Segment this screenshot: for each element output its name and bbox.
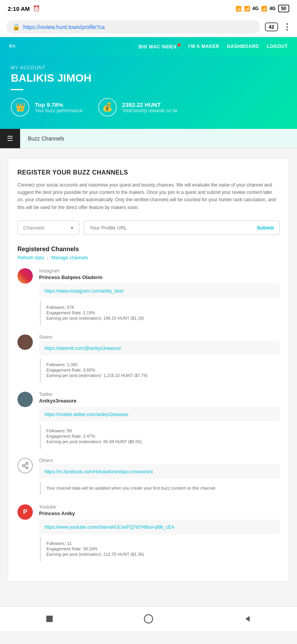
twitter-handle: Anikys3reasure [39,398,280,404]
channel-instagram: Instagram Princess Balqees Oladerin http… [17,268,280,325]
site-header: Rh BIG MAC INDEX I'M A MAKER DASHBOARD L… [0,37,297,56]
card-description: Connect your social accounts and maximis… [17,182,280,211]
instagram-avatar-img [17,268,33,284]
channel-select-placeholder: Channels [23,225,44,231]
youtube-stat-1: Engagement Rate: 38.18% [46,546,274,551]
profile-divider [11,89,23,90]
youtube-url-box: https://www.youtube.com/channel/UCaxP2j7… [39,519,280,534]
account-label: MY ACCOUNT [11,65,286,70]
bounty-label: Total bounty rewards so far [122,108,178,113]
youtube-stats: Followers: 11 Engagement Rate: 38.18% Ea… [40,537,280,561]
twitter-stats: Followers: 58 Engagement Rate: 3.47% Ear… [40,425,280,449]
wifi-icon: 📶 [236,6,242,12]
youtube-handle: Princess Aniky [39,510,280,516]
instagram-url[interactable]: https://www.instagram.com/aniky_bee/ [44,288,124,294]
twitter-platform: Twitter [39,392,280,397]
youtube-platform: Youtube [39,504,280,510]
svg-line-4 [24,464,26,465]
svg-line-3 [24,466,26,467]
svg-marker-7 [246,616,250,622]
channel-select[interactable]: Channels ▾ [17,221,79,235]
url-input[interactable] [90,221,257,235]
back-button[interactable] [241,613,254,625]
action-separator: | [47,255,48,260]
bottom-nav [0,606,297,631]
steem-url[interactable]: https://steemit.com/@anikys3reasure [44,346,121,351]
instagram-info: Instagram Princess Balqees Oladerin http… [39,268,280,325]
profile-name: BALIKIS JIMOH [11,72,286,84]
twitter-stat-1: Engagement Rate: 3.47% [46,434,274,438]
tab-count[interactable]: 42 [265,22,278,31]
instagram-stat-0: Followers: 676 [46,305,274,310]
square-button[interactable] [43,613,56,625]
action-links: Refresh data | Manage channels [17,255,280,260]
bounty-value: 2392.22 HUNT [122,101,178,108]
buzz-icon: 👑 [11,98,29,116]
chevron-down-icon: ▾ [71,225,73,231]
instagram-platform: Instagram [39,268,280,274]
more-options-button[interactable]: ⋮ [283,22,291,32]
site-logo: Rh [9,45,16,48]
home-button[interactable] [142,613,155,625]
twitter-stat-2: Earning per post (estimation): 85.69 HUN… [46,439,274,444]
profile-stats: 👑 Top 9.78% Your buzz performance 💰 2392… [11,98,286,116]
buzz-tab-label[interactable]: Buzz Channels [20,130,72,147]
submit-button[interactable]: Submit [257,225,274,231]
battery-icon: 50 [278,5,289,12]
youtube-avatar-img: P [17,504,33,520]
status-bar: 2:10 AM ⏰ 📶 📶 4G 📶 4G 50 [0,0,297,17]
refresh-data-link[interactable]: Refresh data [17,255,44,260]
nav-maker[interactable]: I'M A MAKER [188,44,219,49]
others-icon [17,458,33,473]
registered-channels-title: Registered Channels [17,246,280,253]
browser-bar: 🔒 https://review.hunt.town/profile?ca 42… [0,17,297,37]
register-card: REGISTER YOUR BUZZ CHANNELS Connect your… [8,158,289,582]
steem-avatar [17,334,33,350]
svg-point-6 [144,615,153,623]
nav-dashboard[interactable]: DASHBOARD [227,44,259,49]
others-platform: Others [39,458,280,463]
instagram-stat-2: Earning per post (estimation): 186.15 HU… [46,316,274,320]
manage-channels-link[interactable]: Manage channels [51,255,88,260]
nav-bigmac[interactable]: BIG MAC INDEX [139,43,181,50]
others-note: Your channel data will be updated when y… [46,486,274,490]
steem-url-box: https://steemit.com/@anikys3reasure [39,341,280,355]
instagram-stat-1: Engagement Rate: 2.19% [46,310,274,315]
instagram-handle: Princess Balqees Oladerin [39,274,280,280]
others-avatar [17,458,33,473]
lock-icon: 🔒 [12,23,20,31]
steem-platform: Steem [39,334,280,340]
buzz-label: Your buzz performance [35,108,83,113]
twitter-url-box: https://mobile.twitter.com/anikys3reasur… [39,407,280,421]
youtube-url[interactable]: https://www.youtube.com/channel/UCaxP2j7… [44,524,174,530]
alarm-icon: ⏰ [33,5,40,12]
stat-buzz: 👑 Top 9.78% Your buzz performance [11,98,83,116]
twitter-avatar [17,392,33,407]
instagram-url-box: https://www.instagram.com/aniky_bee/ [39,283,280,298]
others-stats: Your channel data will be updated when y… [40,482,280,495]
url-bar[interactable]: 🔒 https://review.hunt.town/profile?ca [6,20,260,34]
network-4g-2: 4G [270,6,276,11]
svg-rect-5 [46,616,53,622]
twitter-url[interactable]: https://mobile.twitter.com/anikys3reasur… [44,412,128,417]
steem-info: Steem https://steemit.com/@anikys3reasur… [39,334,280,382]
channel-steem: Steem https://steemit.com/@anikys3reasur… [17,334,280,382]
instagram-stats: Followers: 676 Engagement Rate: 2.19% Ea… [40,301,280,325]
instagram-avatar [17,268,33,284]
others-url-box: https://m.facebook.com/Holuwafunmilayo.o… [39,464,280,479]
others-url[interactable]: https://m.facebook.com/Holuwafunmilayo.o… [44,469,153,474]
status-time: 2:10 AM ⏰ [8,5,40,12]
twitter-info: Twitter Anikys3reasure https://mobile.tw… [39,392,280,449]
youtube-avatar: P [17,504,33,520]
nav-links: BIG MAC INDEX I'M A MAKER DASHBOARD LOGO… [139,43,288,50]
channel-twitter: Twitter Anikys3reasure https://mobile.tw… [17,392,280,449]
twitter-avatar-img [17,392,33,407]
steem-stat-2: Earning per post (estimation): 1,215.32 … [46,373,274,378]
buzz-value: Top 9.78% [35,101,83,108]
svg-point-1 [22,464,24,466]
steem-stat-0: Followers: 1,365 [46,362,274,367]
nav-badge [178,43,181,46]
hamburger-menu[interactable]: ☰ [0,129,20,148]
nav-logout[interactable]: LOGOUT [267,44,288,49]
steem-stat-1: Engagement Rate: 3.60% [46,368,274,372]
